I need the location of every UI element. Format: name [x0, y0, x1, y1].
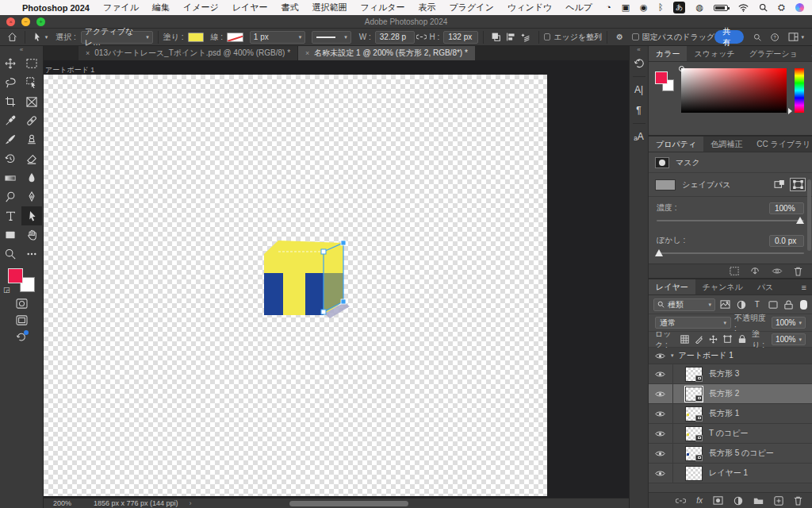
layer-name[interactable]: 長方形 1	[709, 408, 739, 419]
tab-swatches[interactable]: スウォッチ	[687, 46, 741, 61]
close-tab-icon[interactable]: ×	[305, 49, 309, 57]
eyedropper-tool[interactable]	[0, 111, 21, 130]
new-group-folder-icon[interactable]	[753, 497, 764, 505]
strip-collapse-icon[interactable]: «	[637, 46, 640, 53]
lock-all-icon[interactable]	[737, 335, 746, 344]
edit-toolbar-icon[interactable]	[21, 244, 42, 264]
layer-row[interactable]: レイヤー 1	[649, 464, 812, 483]
path-arrangement-icon[interactable]	[519, 30, 534, 44]
shape-tool[interactable]	[0, 225, 21, 244]
battery-status-icon[interactable]	[714, 5, 728, 11]
properties-scrollbar[interactable]	[807, 179, 811, 251]
artboard[interactable]	[44, 75, 547, 496]
tab-paths[interactable]: パス	[750, 279, 780, 294]
layer-thumbnail[interactable]	[685, 426, 703, 441]
menu-edit[interactable]: 編集	[152, 2, 170, 13]
tab-color[interactable]: カラー	[649, 46, 687, 61]
horizontal-scrollbar[interactable]	[289, 501, 408, 506]
add-mask-icon[interactable]	[713, 496, 723, 505]
gear-icon[interactable]: ⚙	[612, 30, 627, 44]
layer-thumbnail[interactable]	[685, 446, 703, 461]
fill-opacity-input[interactable]: 100%▾	[772, 333, 806, 345]
layer-row-selected[interactable]: 長方形 2	[649, 384, 812, 404]
stroke-width-dropdown[interactable]: 1 px▾	[250, 31, 305, 44]
visibility-eye-icon[interactable]	[653, 371, 666, 378]
rectangular-marquee-tool[interactable]	[21, 54, 42, 73]
tab-patterns[interactable]: パターン	[805, 46, 812, 61]
layer-filter-dropdown[interactable]: 種類 ▾	[653, 298, 715, 311]
frame-tool[interactable]	[21, 92, 42, 111]
filter-smart-objects-icon[interactable]	[783, 300, 795, 310]
density-slider-thumb[interactable]	[796, 217, 804, 224]
zoom-level[interactable]: 200%	[53, 499, 71, 507]
layer-filtering-toggle[interactable]	[800, 300, 807, 310]
quick-mask-icon[interactable]	[16, 298, 28, 309]
tab-gradients[interactable]: グラデーショ	[742, 46, 805, 61]
delete-mask-trash-icon[interactable]	[794, 267, 802, 276]
brush-tool[interactable]	[0, 130, 21, 149]
wifi-status-icon[interactable]	[738, 4, 749, 12]
user-status-icon[interactable]: ◍	[695, 3, 703, 12]
fill-color-swatch[interactable]	[188, 33, 205, 42]
hue-slider[interactable]	[795, 68, 804, 113]
layer-row[interactable]: T のコピー	[649, 424, 812, 444]
toolbar-collapse-icon[interactable]: «	[0, 46, 43, 54]
screen-mode-icon[interactable]	[16, 315, 28, 325]
density-value-input[interactable]: 100%	[769, 202, 804, 214]
layer-row[interactable]: 長方形 1	[649, 404, 812, 424]
path-selection-tool-preset-icon[interactable]	[30, 30, 45, 44]
workspace-chevron-icon[interactable]: ▾	[801, 34, 804, 40]
gradient-tool[interactable]	[0, 168, 21, 187]
artwork-shape[interactable]	[258, 229, 357, 325]
align-edges-checkbox[interactable]	[544, 33, 551, 40]
spotlight-search-status-icon[interactable]	[759, 3, 768, 12]
layer-effects-fx-icon[interactable]: fx	[696, 496, 703, 505]
menu-layer[interactable]: レイヤー	[232, 2, 268, 13]
blur-tool[interactable]	[21, 168, 42, 187]
link-layers-icon[interactable]	[676, 498, 686, 504]
crop-tool[interactable]	[0, 92, 21, 111]
object-selection-tool[interactable]	[21, 73, 42, 92]
hand-tool[interactable]	[21, 225, 42, 244]
color-cursor[interactable]	[679, 66, 684, 71]
tab-properties[interactable]: プロパティ	[649, 137, 703, 152]
status-chevron-icon[interactable]: ›	[190, 499, 192, 507]
visibility-eye-icon[interactable]	[653, 450, 666, 457]
layer-thumbnail[interactable]	[685, 466, 703, 481]
path-operations-icon[interactable]	[488, 30, 504, 44]
filter-shape-layers-icon[interactable]	[767, 301, 779, 309]
collapse-group-chevron-icon[interactable]: ▾	[671, 352, 674, 359]
menu-help[interactable]: ヘルプ	[565, 2, 592, 13]
pen-tool[interactable]	[21, 187, 42, 206]
layer-name[interactable]: 長方形 5 のコピー	[709, 448, 774, 459]
lasso-tool[interactable]	[0, 73, 21, 92]
share-button[interactable]: 共有	[714, 30, 744, 44]
character-panel-icon[interactable]: A|	[630, 79, 648, 100]
close-window-button[interactable]: ×	[6, 17, 15, 26]
width-input[interactable]: 32.28 p	[375, 31, 415, 44]
feather-slider-thumb[interactable]	[655, 249, 663, 256]
vector-mask-icon[interactable]	[790, 178, 806, 191]
rotate-view-icon[interactable]	[16, 332, 27, 344]
visibility-eye-icon[interactable]	[653, 391, 666, 398]
menu-image[interactable]: イメージ	[183, 2, 219, 13]
stroke-color-swatch[interactable]	[227, 33, 243, 42]
menu-file[interactable]: ファイル	[103, 2, 139, 13]
stroke-style-dropdown[interactable]: ▾	[312, 31, 351, 44]
paragraph-panel-icon[interactable]: ¶	[630, 100, 648, 121]
layer-name[interactable]: 長方形 2	[709, 388, 739, 399]
menu-filter[interactable]: フィルター	[361, 2, 405, 13]
color-field-slider-arrow[interactable]	[788, 108, 792, 114]
menu-type[interactable]: 書式	[282, 2, 299, 13]
constrain-path-drag-checkbox[interactable]	[632, 33, 639, 40]
feather-value-input[interactable]: 0.0 px	[769, 235, 804, 247]
document-tab-inactive[interactable]: × 013バナートレース_Tポイント.psd @ 400% (RGB/8) *	[79, 46, 298, 60]
zoom-window-button[interactable]: +	[36, 17, 45, 26]
layer-thumbnail[interactable]	[685, 367, 703, 382]
screen-mirroring-status-icon[interactable]: ▣	[622, 3, 630, 12]
panel-menu-icon[interactable]: ≡	[796, 279, 812, 294]
menu-app-name[interactable]: Photoshop 2024	[22, 3, 90, 13]
zoom-tool[interactable]	[0, 244, 21, 264]
layer-name[interactable]: 長方形 3	[709, 368, 739, 379]
color-saturation-field[interactable]	[681, 68, 787, 113]
